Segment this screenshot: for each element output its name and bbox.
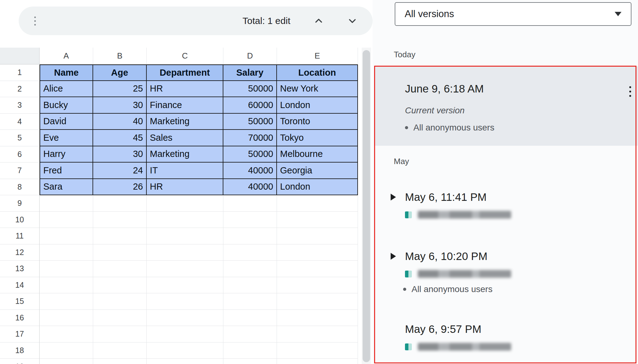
row-header[interactable]: 12 [0, 244, 40, 261]
version-menu-icon[interactable] [627, 84, 633, 99]
table-cell[interactable]: London [277, 97, 358, 114]
sheet-cell[interactable] [93, 310, 147, 326]
table-cell[interactable]: Sales [147, 130, 223, 146]
column-header[interactable]: C [147, 48, 223, 64]
table-cell[interactable]: 40 [93, 114, 147, 130]
sheet-cell[interactable] [223, 293, 277, 310]
more-options-icon[interactable] [32, 15, 38, 27]
sheet-cell[interactable] [147, 326, 223, 343]
table-cell[interactable]: Fred [40, 163, 93, 179]
sheet-cell[interactable] [277, 293, 358, 310]
expand-arrow-icon[interactable] [391, 253, 396, 260]
sheet-cell[interactable] [40, 310, 93, 326]
table-cell[interactable]: 40000 [223, 163, 277, 179]
sheet-cell[interactable] [147, 359, 223, 364]
sheet-cell[interactable] [277, 212, 358, 228]
table-cell[interactable]: Sara [40, 179, 93, 196]
table-cell[interactable]: Tokyo [277, 130, 358, 146]
row-header[interactable]: 1 [0, 64, 40, 81]
sheet-cell[interactable] [277, 310, 358, 326]
row-header[interactable]: 14 [0, 277, 40, 294]
chevron-up-icon[interactable] [313, 16, 324, 26]
sheet-cell[interactable] [277, 195, 358, 212]
sheet-cell[interactable] [93, 343, 147, 359]
sheet-cell[interactable] [93, 293, 147, 310]
table-header-cell[interactable]: Name [40, 64, 93, 81]
sheet-cell[interactable] [147, 310, 223, 326]
sheet-cell[interactable] [223, 343, 277, 359]
table-cell[interactable]: Finance [147, 97, 223, 114]
table-cell[interactable]: Harry [40, 146, 93, 163]
table-cell[interactable]: Alice [40, 81, 93, 97]
table-cell[interactable]: HR [147, 81, 223, 97]
chevron-down-icon[interactable] [347, 16, 358, 26]
table-cell[interactable]: Marketing [147, 114, 223, 130]
scrollbar-thumb[interactable] [363, 50, 370, 362]
table-cell[interactable]: 25 [93, 81, 147, 97]
sheet-cell[interactable] [277, 359, 358, 364]
sheet-cell[interactable] [223, 244, 277, 261]
row-header[interactable]: 11 [0, 228, 40, 244]
row-header[interactable]: 4 [0, 114, 40, 130]
table-header-cell[interactable]: Salary [223, 64, 277, 81]
row-header[interactable]: 10 [0, 212, 40, 228]
sheet-cell[interactable] [93, 277, 147, 294]
table-cell[interactable]: Bucky [40, 97, 93, 114]
sheet-cell[interactable] [277, 228, 358, 244]
table-cell[interactable]: 70000 [223, 130, 277, 146]
sheet-cell[interactable] [40, 293, 93, 310]
sheet-cell[interactable] [223, 195, 277, 212]
version-entry[interactable]: May 6, 11:41 PM [373, 191, 636, 219]
sheet-cell[interactable] [40, 359, 93, 364]
sheet-cell[interactable] [223, 326, 277, 343]
row-header[interactable]: 15 [0, 293, 40, 310]
sheet-cell[interactable] [40, 195, 93, 212]
table-cell[interactable]: Eve [40, 130, 93, 146]
table-cell[interactable]: HR [147, 179, 223, 196]
sheet-cell[interactable] [277, 244, 358, 261]
table-header-cell[interactable]: Department [147, 64, 223, 81]
sheet-cell[interactable] [147, 293, 223, 310]
sheet-cell[interactable] [93, 195, 147, 212]
table-cell[interactable]: Georgia [277, 163, 358, 179]
row-header[interactable]: 13 [0, 261, 40, 277]
sheet-cell[interactable] [223, 212, 277, 228]
table-cell[interactable]: New York [277, 81, 358, 97]
table-cell[interactable]: Melbourne [277, 146, 358, 163]
table-cell[interactable]: 50000 [223, 81, 277, 97]
sheet-cell[interactable] [223, 277, 277, 294]
sheet-cell[interactable] [93, 326, 147, 343]
row-header[interactable]: 2 [0, 81, 40, 97]
sheet-cell[interactable] [277, 343, 358, 359]
table-cell[interactable]: 24 [93, 163, 147, 179]
sheet-cell[interactable] [223, 310, 277, 326]
column-header[interactable]: A [40, 48, 93, 64]
row-header[interactable]: 3 [0, 97, 40, 114]
column-header[interactable]: B [93, 48, 147, 64]
table-cell[interactable]: 60000 [223, 97, 277, 114]
version-entry[interactable]: May 6, 9:57 PM [373, 323, 636, 351]
sheet-cell[interactable] [147, 244, 223, 261]
sheet-cell[interactable] [147, 343, 223, 359]
sheet-cell[interactable] [93, 244, 147, 261]
table-cell[interactable]: David [40, 114, 93, 130]
table-cell[interactable]: IT [147, 163, 223, 179]
row-header[interactable]: 16 [0, 310, 40, 326]
table-cell[interactable]: 50000 [223, 114, 277, 130]
sheet-cell[interactable] [93, 261, 147, 277]
sheet-cell[interactable] [277, 326, 358, 343]
column-header[interactable]: E [277, 48, 358, 64]
row-header[interactable]: 17 [0, 326, 40, 343]
vertical-scrollbar[interactable] [362, 48, 371, 364]
sheet-cell[interactable] [277, 277, 358, 294]
table-cell[interactable]: Marketing [147, 146, 223, 163]
row-header[interactable]: 9 [0, 195, 40, 212]
sheet-cell[interactable] [223, 359, 277, 364]
row-header[interactable]: 8 [0, 179, 40, 196]
sheet-cell[interactable] [93, 359, 147, 364]
sheet-cell[interactable] [40, 228, 93, 244]
sheet-cell[interactable] [277, 261, 358, 277]
sheet-cell[interactable] [40, 343, 93, 359]
table-header-cell[interactable]: Location [277, 64, 358, 81]
table-header-cell[interactable]: Age [93, 64, 147, 81]
